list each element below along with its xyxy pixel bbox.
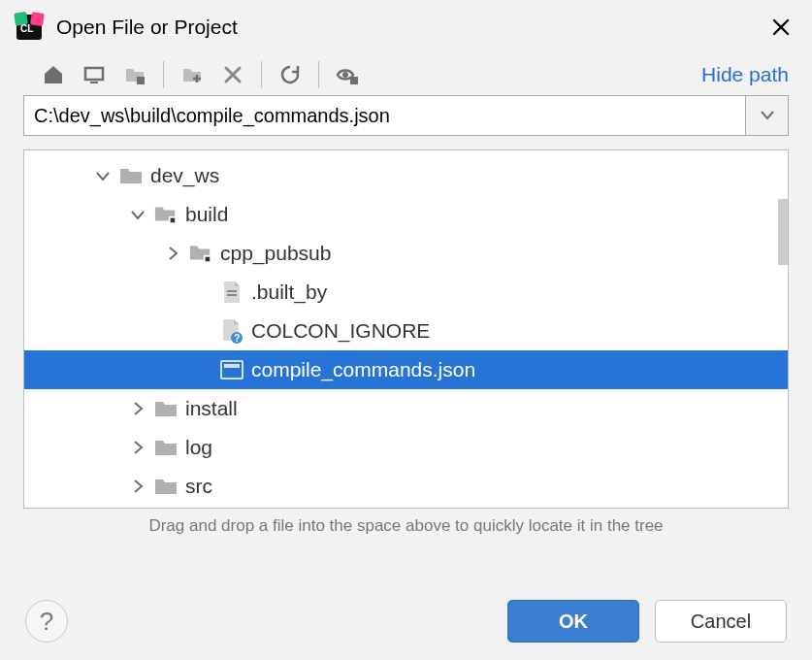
svg-rect-4: [85, 68, 103, 80]
desktop-button[interactable]: [80, 60, 109, 89]
title-bar: CL Open File or Project: [0, 0, 812, 52]
tree-row[interactable]: compile_commands.json: [24, 350, 788, 389]
file-tree-panel: dev_wsbuildcpp_pubsub.built_by?COLCON_IG…: [23, 149, 789, 509]
chevron-placeholder: [193, 359, 214, 380]
svg-text:CL: CL: [20, 23, 33, 34]
svg-rect-10: [171, 218, 176, 223]
folder-icon: [119, 164, 143, 187]
path-history-dropdown[interactable]: [746, 95, 789, 136]
path-row: [0, 95, 812, 136]
toolbar-separator: [318, 61, 319, 88]
delete-button[interactable]: [218, 60, 247, 89]
chevron-down-icon[interactable]: [127, 204, 148, 225]
hide-path-link[interactable]: Hide path: [701, 63, 789, 86]
folder-dot-icon: [189, 242, 212, 265]
tree-item-label: build: [183, 203, 228, 226]
show-hidden-button[interactable]: [333, 60, 362, 89]
svg-rect-17: [221, 361, 243, 379]
close-button[interactable]: [767, 14, 795, 41]
app-icon: CL: [14, 12, 45, 43]
tree-row[interactable]: ?COLCON_IGNORE: [24, 312, 788, 350]
svg-rect-12: [206, 257, 211, 262]
svg-rect-18: [224, 364, 240, 368]
file-tree[interactable]: dev_wsbuildcpp_pubsub.built_by?COLCON_IG…: [24, 150, 788, 506]
chevron-right-icon[interactable]: [162, 243, 183, 264]
svg-rect-6: [137, 77, 145, 84]
tree-row[interactable]: install: [24, 389, 788, 428]
chevron-right-icon[interactable]: [127, 398, 148, 419]
tree-item-label: install: [183, 397, 238, 420]
file-q-icon: ?: [220, 319, 244, 343]
drag-drop-hint: Drag and drop a file into the space abov…: [0, 512, 812, 536]
svg-point-7: [342, 72, 348, 78]
new-folder-button[interactable]: [178, 60, 207, 89]
project-dir-button[interactable]: [120, 60, 149, 89]
svg-rect-13: [227, 290, 237, 292]
scrollbar-thumb[interactable]: [778, 199, 789, 265]
tree-row[interactable]: log: [24, 428, 788, 467]
tree-item-label: .built_by: [249, 280, 327, 304]
svg-rect-14: [227, 294, 237, 296]
chevron-right-icon[interactable]: [127, 437, 148, 458]
folder-icon: [154, 397, 178, 420]
tree-item-label: dev_ws: [148, 164, 219, 187]
tree-row[interactable]: dev_ws: [24, 156, 788, 195]
toolbar-separator: [261, 61, 262, 88]
help-button[interactable]: ?: [25, 600, 68, 643]
folder-dot-icon: [154, 203, 178, 226]
dialog-title: Open File or Project: [56, 16, 756, 39]
chevron-placeholder: [193, 281, 214, 303]
tree-row[interactable]: src: [24, 467, 788, 506]
tree-row[interactable]: .built_by: [24, 273, 788, 312]
chevron-right-icon[interactable]: [127, 476, 148, 497]
svg-rect-5: [90, 82, 98, 83]
chevron-placeholder: [193, 320, 214, 342]
tree-item-label: log: [183, 436, 212, 459]
home-button[interactable]: [39, 60, 68, 89]
refresh-button[interactable]: [276, 60, 305, 89]
path-input[interactable]: [23, 95, 746, 136]
folder-icon: [154, 475, 178, 498]
tree-item-label: cpp_pubsub: [218, 242, 331, 265]
toolbar: Hide path: [0, 52, 812, 95]
tree-item-label: COLCON_IGNORE: [249, 319, 430, 343]
cancel-button[interactable]: Cancel: [655, 600, 787, 643]
svg-text:?: ?: [234, 333, 240, 344]
chevron-down-icon[interactable]: [92, 165, 114, 186]
tree-row[interactable]: cpp_pubsub: [24, 234, 788, 273]
tree-row[interactable]: build: [24, 195, 788, 234]
toolbar-separator: [163, 61, 164, 88]
file-icon: [220, 280, 244, 304]
ok-button[interactable]: OK: [507, 600, 639, 643]
folder-icon: [154, 436, 178, 459]
svg-rect-8: [350, 77, 358, 84]
tree-item-label: compile_commands.json: [249, 358, 475, 381]
button-bar: ? OK Cancel: [0, 600, 812, 643]
json-icon: [220, 358, 244, 381]
tree-item-label: src: [183, 475, 212, 498]
